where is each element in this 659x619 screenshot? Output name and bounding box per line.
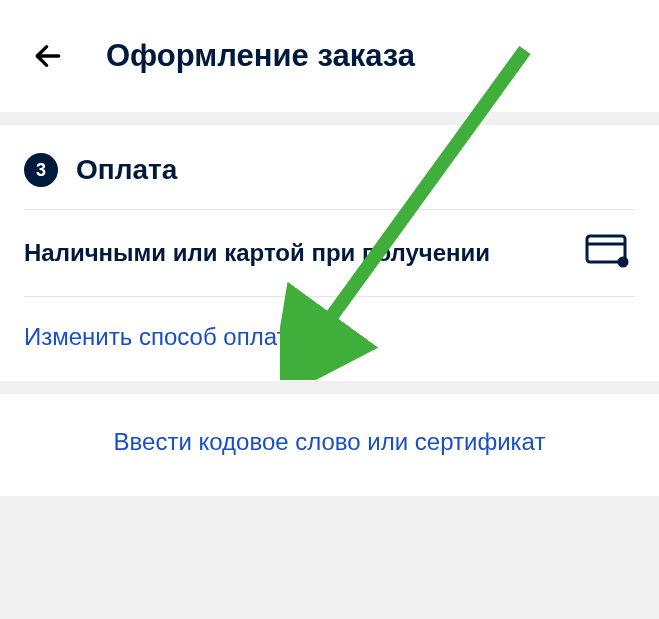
section-title: Оплата xyxy=(76,154,177,186)
payment-section: 3 Оплата Наличными или картой при получе… xyxy=(0,125,659,381)
svg-point-3 xyxy=(618,257,629,268)
card-icon xyxy=(585,234,629,272)
payment-method-text: Наличными или картой при получении xyxy=(24,234,490,271)
step-badge: 3 xyxy=(24,153,58,187)
change-payment-link[interactable]: Изменить способ оплаты xyxy=(24,323,305,350)
certificate-section: Ввести кодовое слово или сертификат xyxy=(0,394,659,496)
back-arrow-icon[interactable] xyxy=(28,36,68,76)
change-payment-row: Изменить способ оплаты xyxy=(0,297,659,381)
app-header: Оформление заказа xyxy=(0,0,659,112)
section-header: 3 Оплата xyxy=(0,125,659,209)
page-title: Оформление заказа xyxy=(106,38,415,74)
payment-method-row[interactable]: Наличными или картой при получении xyxy=(0,210,659,296)
certificate-link[interactable]: Ввести кодовое слово или сертификат xyxy=(114,428,546,455)
